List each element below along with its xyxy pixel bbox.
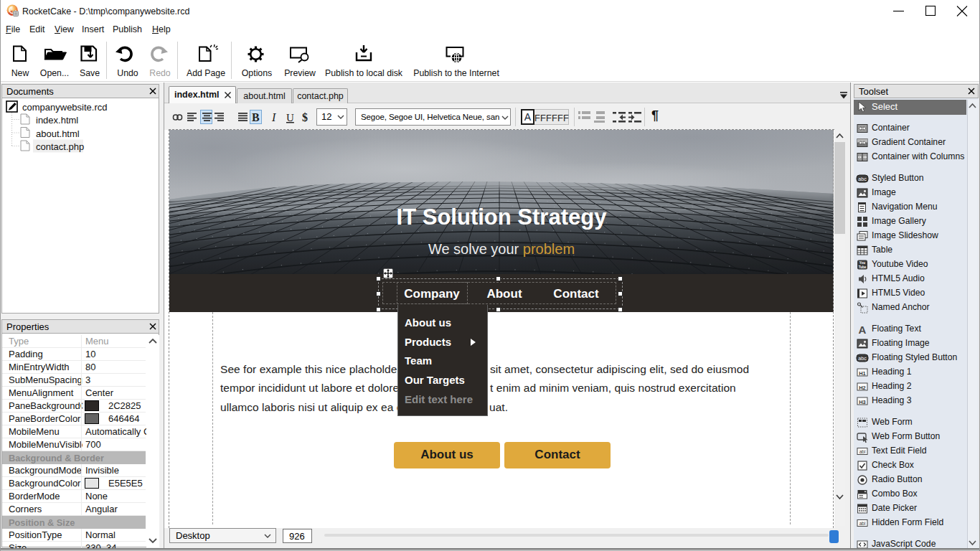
svg-text:I: I	[271, 111, 276, 123]
svg-text:abc: abc	[858, 176, 867, 182]
svg-text:H2: H2	[859, 385, 866, 391]
svg-text:H1: H1	[859, 370, 866, 377]
svg-text:A: A	[859, 324, 867, 336]
svg-text:U: U	[286, 112, 294, 123]
svg-text:abc: abc	[858, 356, 867, 361]
svg-text:B: B	[252, 111, 260, 123]
svg-text:abl: abl	[859, 449, 866, 454]
svg-text:$: $	[302, 111, 308, 123]
svg-text:H3: H3	[859, 399, 866, 405]
svg-text:You: You	[859, 261, 866, 265]
svg-text:Tube: Tube	[859, 265, 867, 269]
svg-text:abl: abl	[859, 521, 866, 526]
